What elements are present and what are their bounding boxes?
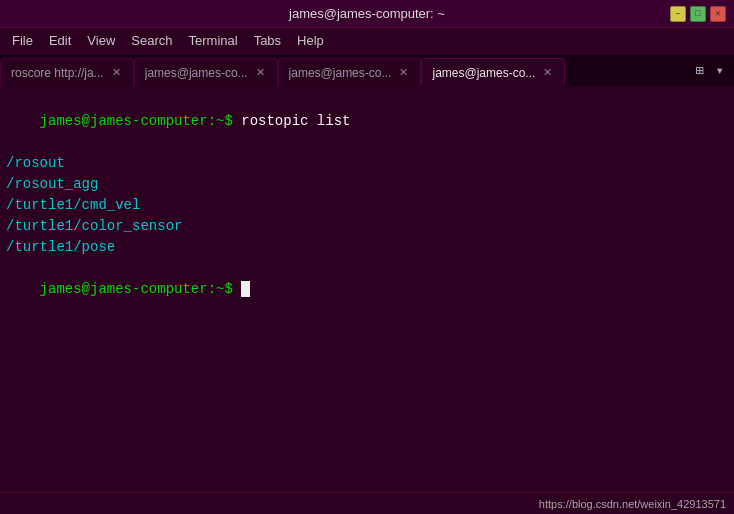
new-tab-button[interactable]: ⊞	[691, 60, 707, 81]
tab-4[interactable]: james@james-co... ✕	[421, 58, 565, 86]
terminal-cursor	[241, 281, 250, 297]
tab-2-close[interactable]: ✕	[254, 66, 267, 79]
terminal-line-6: /turtle1/pose	[6, 237, 728, 258]
close-button[interactable]: ✕	[710, 6, 726, 22]
tab-1-close[interactable]: ✕	[110, 66, 123, 79]
terminal-content[interactable]: james@james-computer:~$ rostopic list /r…	[0, 86, 734, 492]
status-url: https://blog.csdn.net/weixin_42913571	[539, 498, 726, 510]
tabs-bar: roscore http://ja... ✕ james@james-co...…	[0, 54, 734, 86]
tab-dropdown-button[interactable]: ▾	[712, 60, 728, 81]
tab-4-label: james@james-co...	[432, 66, 535, 80]
terminal-line-5: /turtle1/color_sensor	[6, 216, 728, 237]
menu-edit[interactable]: Edit	[41, 31, 79, 50]
prompt-1: james@james-computer:~$	[40, 113, 233, 129]
menu-help[interactable]: Help	[289, 31, 332, 50]
terminal-line-7: james@james-computer:~$	[6, 258, 728, 321]
menu-terminal[interactable]: Terminal	[181, 31, 246, 50]
tab-3-close[interactable]: ✕	[397, 66, 410, 79]
tab-3[interactable]: james@james-co... ✕	[278, 58, 422, 86]
window-title: james@james-computer: ~	[289, 6, 445, 21]
maximize-button[interactable]: □	[690, 6, 706, 22]
window-controls: – □ ✕	[670, 6, 726, 22]
menu-bar: File Edit View Search Terminal Tabs Help	[0, 28, 734, 54]
terminal-line-3: /rosout_agg	[6, 174, 728, 195]
command-1: rostopic list	[233, 113, 351, 129]
tab-2-label: james@james-co...	[145, 66, 248, 80]
terminal-line-4: /turtle1/cmd_vel	[6, 195, 728, 216]
terminal-line-1: james@james-computer:~$ rostopic list	[6, 90, 728, 153]
tabs-right-controls: ⊞ ▾	[685, 54, 734, 86]
tab-1-label: roscore http://ja...	[11, 66, 104, 80]
minimize-button[interactable]: –	[670, 6, 686, 22]
prompt-2: james@james-computer:~$	[40, 281, 233, 297]
title-bar: james@james-computer: ~ – □ ✕	[0, 0, 734, 28]
terminal-line-2: /rosout	[6, 153, 728, 174]
cursor-area	[233, 281, 250, 297]
tab-4-close[interactable]: ✕	[541, 66, 554, 79]
tab-1[interactable]: roscore http://ja... ✕	[0, 58, 134, 86]
tab-3-label: james@james-co...	[289, 66, 392, 80]
menu-file[interactable]: File	[4, 31, 41, 50]
menu-search[interactable]: Search	[123, 31, 180, 50]
menu-view[interactable]: View	[79, 31, 123, 50]
status-bar: https://blog.csdn.net/weixin_42913571	[0, 492, 734, 514]
menu-tabs[interactable]: Tabs	[246, 31, 289, 50]
tab-2[interactable]: james@james-co... ✕	[134, 58, 278, 86]
